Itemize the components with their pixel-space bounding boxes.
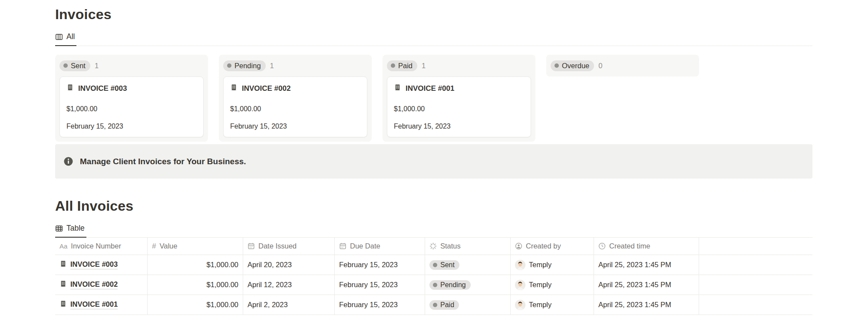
- column-count: 1: [95, 62, 99, 70]
- invoice-link[interactable]: INVOICE #001: [70, 300, 118, 309]
- receipt-icon: [66, 84, 74, 93]
- due-date-cell[interactable]: February 15, 2023: [335, 295, 425, 315]
- callout: Manage Client Invoices for Your Business…: [55, 144, 812, 179]
- invoices-board: Sent 1 INVOICE: [55, 55, 812, 142]
- card-date: February 15, 2023: [230, 123, 360, 130]
- value-cell[interactable]: $1,000.00: [148, 295, 243, 315]
- status-dot-icon: [433, 283, 437, 287]
- calendar-icon: [248, 242, 255, 250]
- tab-all[interactable]: All: [55, 30, 76, 46]
- status-pill-label: Pending: [234, 62, 261, 70]
- column-count: 1: [270, 62, 274, 70]
- date-issued-cell[interactable]: April 20, 2023: [243, 255, 335, 275]
- table-view-icon: [55, 225, 63, 232]
- info-icon: [63, 156, 73, 166]
- status-cell[interactable]: Paid: [425, 295, 511, 315]
- column-count: 1: [422, 62, 426, 70]
- table-row: INVOICE #003 $1,000.00 April 20, 2023 Fe…: [55, 255, 812, 275]
- created-by-cell[interactable]: Temply: [511, 295, 594, 315]
- invoice-link[interactable]: INVOICE #002: [70, 280, 118, 289]
- status-dot-icon: [554, 63, 559, 68]
- status-pill-label: Overdue: [562, 62, 589, 70]
- status-pill-overdue[interactable]: Overdue: [551, 60, 594, 71]
- column-header-date-issued[interactable]: Date Issued: [243, 238, 335, 255]
- due-date-cell[interactable]: February 15, 2023: [335, 275, 425, 295]
- value-cell[interactable]: $1,000.00: [148, 275, 243, 295]
- avatar: [515, 280, 525, 290]
- created-time-cell[interactable]: April 25, 2023 1:45 PM: [594, 255, 699, 275]
- receipt-icon: [394, 84, 401, 93]
- empty-cell: [699, 275, 812, 295]
- value-cell[interactable]: $1,000.00: [148, 255, 243, 275]
- column-header-created-time[interactable]: Created time: [594, 238, 699, 255]
- status-dot-icon: [227, 63, 231, 68]
- card-title: INVOICE #001: [406, 84, 454, 93]
- board-column-paid: Paid 1 INVOICE: [383, 55, 535, 142]
- empty-cell: [699, 255, 812, 275]
- board-tabbar: All: [55, 30, 812, 46]
- column-header-invoice-number[interactable]: Aa Invoice Number: [55, 238, 148, 255]
- column-count: 0: [598, 62, 602, 70]
- status-cell[interactable]: Sent: [425, 255, 511, 275]
- tab-all-label: All: [66, 32, 75, 41]
- card-value: $1,000.00: [394, 105, 524, 113]
- board-card-invoice-002[interactable]: INVOICE #002 $1,000.00 February 15, 2023: [223, 76, 367, 137]
- status-pill-sent[interactable]: Sent: [59, 60, 90, 71]
- invoice-number-cell[interactable]: INVOICE #001: [55, 295, 148, 315]
- invoice-number-cell[interactable]: INVOICE #003: [55, 255, 148, 275]
- status-pill-paid: Paid: [429, 300, 459, 310]
- status-cell[interactable]: Pending: [425, 275, 511, 295]
- card-value: $1,000.00: [230, 105, 360, 113]
- status-pill-label: Sent: [71, 62, 86, 70]
- status-dot-icon: [63, 63, 68, 68]
- date-issued-cell[interactable]: April 2, 2023: [243, 295, 335, 315]
- status-pill-pending[interactable]: Pending: [223, 60, 266, 71]
- board-card-invoice-003[interactable]: INVOICE #003 $1,000.00 February 15, 2023: [59, 76, 204, 137]
- created-time-cell[interactable]: April 25, 2023 1:45 PM: [594, 275, 699, 295]
- card-title: INVOICE #003: [78, 84, 127, 93]
- person-icon: [515, 242, 522, 250]
- table-header-row: Aa Invoice Number # Value: [55, 238, 812, 255]
- invoice-link[interactable]: INVOICE #003: [70, 260, 118, 269]
- column-header-created-by[interactable]: Created by: [511, 238, 594, 255]
- status-pill-label: Paid: [398, 62, 413, 70]
- board-card-invoice-001[interactable]: INVOICE #001 $1,000.00 February 15, 2023: [387, 76, 531, 137]
- calendar-icon: [339, 242, 347, 250]
- created-by-cell[interactable]: Temply: [511, 275, 594, 295]
- number-icon: #: [152, 242, 156, 251]
- status-dot-icon: [391, 63, 395, 68]
- status-pill-sent: Sent: [429, 260, 459, 270]
- invoice-number-cell[interactable]: INVOICE #002: [55, 275, 148, 295]
- card-value: $1,000.00: [66, 105, 197, 113]
- empty-cell: [699, 295, 812, 315]
- clock-icon: [598, 242, 606, 250]
- table-row: INVOICE #001 $1,000.00 April 2, 2023 Feb…: [55, 295, 812, 315]
- add-column-area[interactable]: [699, 238, 812, 255]
- table-row: INVOICE #002 $1,000.00 April 12, 2023 Fe…: [55, 275, 812, 295]
- created-by-cell[interactable]: Temply: [511, 255, 594, 275]
- invoices-page: Invoices All Sent: [0, 0, 868, 328]
- receipt-icon: [59, 300, 67, 309]
- card-date: February 15, 2023: [394, 123, 524, 130]
- receipt-icon: [59, 260, 67, 269]
- card-date: February 15, 2023: [66, 123, 197, 130]
- board-column-overdue: Overdue 0: [546, 55, 699, 76]
- column-header-status[interactable]: Status: [425, 238, 511, 255]
- tab-table-label: Table: [66, 224, 85, 233]
- date-issued-cell[interactable]: April 12, 2023: [243, 275, 335, 295]
- status-pill-paid[interactable]: Paid: [387, 60, 417, 71]
- column-header-due-date[interactable]: Due Date: [335, 238, 425, 255]
- invoices-table: Aa Invoice Number # Value: [55, 238, 812, 315]
- tab-table[interactable]: Table: [55, 221, 86, 238]
- column-header-value[interactable]: # Value: [148, 238, 243, 255]
- section-title-all-invoices: All Invoices: [55, 197, 812, 215]
- callout-text: Manage Client Invoices for Your Business…: [80, 157, 246, 166]
- card-title: INVOICE #002: [242, 84, 290, 93]
- board-column-sent: Sent 1 INVOICE: [55, 55, 208, 142]
- due-date-cell[interactable]: February 15, 2023: [335, 255, 425, 275]
- created-time-cell[interactable]: April 25, 2023 1:45 PM: [594, 295, 699, 315]
- status-pill-pending: Pending: [429, 280, 471, 290]
- text-icon: Aa: [59, 242, 67, 250]
- status-dot-icon: [433, 263, 437, 267]
- receipt-icon: [59, 280, 67, 289]
